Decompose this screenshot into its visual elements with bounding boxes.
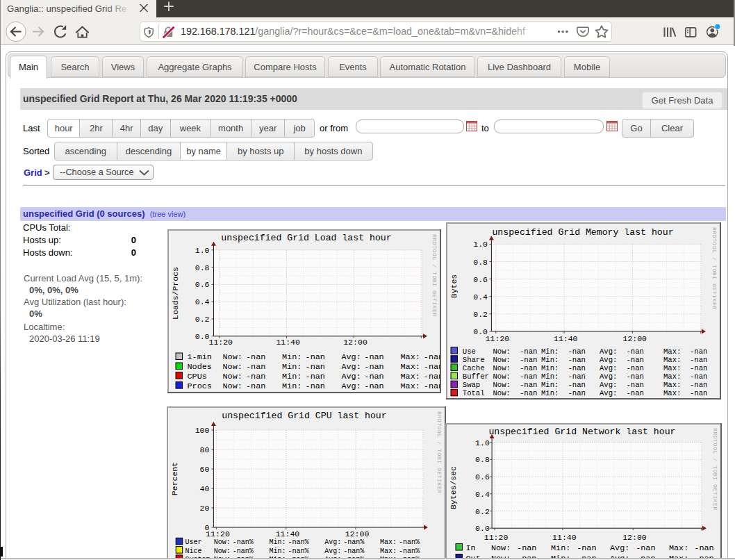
svg-text:0.2: 0.2 [473, 310, 488, 319]
svg-text:-nan: -nan [690, 381, 707, 389]
svg-text:Min:: Min: [270, 538, 286, 546]
svg-text:Max:: Max: [663, 372, 681, 381]
svg-text:Min:: Min: [541, 364, 559, 372]
svg-text:Avg:: Avg: [324, 538, 341, 546]
svg-text:-nan: -nan [627, 381, 644, 389]
svg-text:Cache: Cache [463, 364, 485, 372]
svg-text:Min:: Min: [541, 381, 559, 389]
svg-text:-nan: -nan [568, 364, 586, 372]
svg-text:0.4: 0.4 [475, 490, 490, 499]
svg-text:-nan: -nan [568, 356, 586, 364]
svg-text:Bytes: Bytes [449, 274, 459, 299]
svg-text:-nan: -nan [424, 362, 441, 372]
svg-text:-nan%: -nan% [233, 538, 254, 546]
svg-text:-nan: -nan [246, 372, 265, 381]
svg-text:Avg:: Avg: [341, 372, 361, 381]
svg-text:Max:: Max: [663, 389, 681, 397]
svg-text:Now:: Now: [223, 381, 242, 391]
svg-text:1.0: 1.0 [475, 438, 490, 447]
svg-text:Max:: Max: [401, 362, 420, 372]
svg-text:-nan: -nan [520, 372, 537, 381]
svg-text:Min:: Min: [551, 543, 570, 553]
svg-text:-nan: -nan [246, 362, 265, 372]
svg-text:-nan: -nan [568, 381, 586, 389]
svg-text:Avg:: Avg: [341, 381, 361, 391]
svg-text:RRDTOOL / TOBI OETIKER: RRDTOOL / TOBI OETIKER [436, 411, 443, 494]
svg-text:-nan: -nan [246, 352, 265, 362]
svg-text:Max:: Max: [380, 538, 397, 546]
svg-text:Use: Use [463, 347, 476, 356]
svg-text:0.4: 0.4 [473, 293, 488, 302]
svg-text:Nodes: Nodes [188, 362, 212, 372]
svg-text:-nan: -nan [627, 356, 644, 364]
svg-text:Min:: Min: [282, 352, 302, 362]
svg-text:Now:: Now: [223, 362, 242, 372]
svg-text:Max:: Max: [669, 543, 688, 553]
svg-text:unspecified Grid Memory last h: unspecified Grid Memory last hour [492, 227, 673, 238]
svg-text:-nan: -nan [627, 347, 644, 356]
svg-text:-nan: -nan [517, 543, 536, 553]
svg-text:0.8: 0.8 [195, 263, 210, 272]
svg-text:Max:: Max: [663, 381, 681, 389]
svg-text:RRDTOOL / TOBI OETIKER: RRDTOOL / TOBI OETIKER [431, 234, 438, 317]
svg-text:Share: Share [463, 356, 485, 364]
svg-text:Nice: Nice [185, 547, 202, 555]
svg-text:Now:: Now: [223, 352, 242, 362]
svg-text:-nan: -nan [568, 372, 586, 381]
svg-text:Min:: Min: [282, 381, 302, 391]
svg-text:Max:: Max: [401, 381, 420, 391]
svg-text:Avg:: Avg: [341, 352, 361, 362]
svg-text:-nan: -nan [520, 347, 537, 356]
svg-text:-nan%: -nan% [288, 547, 309, 555]
svg-text:Avg:: Avg: [600, 372, 617, 381]
svg-text:12:00: 12:00 [345, 529, 370, 538]
svg-text:11:20: 11:20 [206, 529, 230, 538]
svg-text:20: 20 [200, 504, 210, 513]
svg-text:Max:: Max: [380, 547, 397, 555]
svg-text:Min:: Min: [282, 362, 302, 372]
svg-text:Now:: Now: [493, 364, 511, 372]
svg-text:Now:: Now: [491, 543, 511, 553]
svg-text:-nan%: -nan% [399, 538, 420, 546]
svg-text:Max:: Max: [663, 364, 681, 372]
svg-text:-nan: -nan [694, 543, 713, 553]
svg-text:11:20: 11:20 [209, 338, 233, 347]
svg-text:Avg:: Avg: [610, 543, 629, 553]
svg-text:Min:: Min: [541, 389, 559, 397]
svg-text:-nan: -nan [636, 543, 655, 553]
svg-text:1-min: 1-min [188, 352, 212, 362]
svg-text:11:40: 11:40 [276, 338, 300, 347]
svg-text:Buffer: Buffer [463, 372, 489, 381]
svg-text:-nan%: -nan% [343, 547, 364, 555]
svg-text:Now:: Now: [493, 347, 511, 356]
svg-text:12:00: 12:00 [622, 533, 647, 542]
svg-text:-nan: -nan [424, 352, 441, 362]
svg-text:-nan: -nan [690, 364, 707, 372]
svg-text:80: 80 [200, 445, 210, 454]
svg-text:-nan: -nan [424, 372, 441, 381]
svg-text:Min:: Min: [541, 356, 559, 364]
svg-text:Min:: Min: [541, 372, 559, 381]
svg-text:Total: Total [463, 389, 485, 397]
svg-text:unspecified Grid Load last hou: unspecified Grid Load last hour [221, 233, 391, 243]
svg-text:Min:: Min: [270, 547, 286, 555]
svg-text:-nan: -nan [520, 389, 537, 397]
svg-text:Loads/Procs: Loads/Procs [171, 267, 180, 320]
svg-text:Swap: Swap [463, 381, 480, 389]
svg-text:Now:: Now: [223, 372, 242, 381]
svg-text:-nan: -nan [306, 352, 325, 362]
svg-text:-nan: -nan [424, 381, 441, 391]
svg-text:Now:: Now: [214, 547, 231, 555]
svg-text:0.6: 0.6 [473, 275, 488, 284]
svg-text:-nan%: -nan% [399, 547, 420, 555]
svg-text:0.0: 0.0 [475, 524, 490, 533]
svg-text:0.0: 0.0 [195, 332, 210, 341]
svg-text:Bytes/sec: Bytes/sec [449, 466, 458, 509]
svg-text:-nan: -nan [568, 347, 586, 356]
svg-text:11:20: 11:20 [486, 334, 510, 343]
svg-text:Now:: Now: [214, 538, 231, 546]
svg-text:1.0: 1.0 [473, 240, 488, 249]
svg-text:0.8: 0.8 [475, 455, 490, 464]
svg-text:0.6: 0.6 [195, 280, 210, 289]
svg-text:-nan: -nan [520, 381, 537, 389]
